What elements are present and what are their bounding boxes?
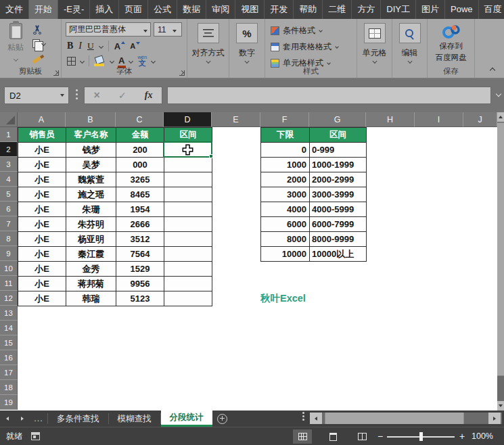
fill-color-chevron-icon[interactable] [110, 58, 114, 63]
editing-button[interactable] [399, 23, 421, 43]
collapse-ribbon-icon[interactable] [490, 68, 495, 73]
table2-interval-6[interactable]: 8000-9999 [310, 232, 367, 247]
phonetic-chevron-icon[interactable] [151, 58, 156, 63]
column-header-E[interactable]: E [212, 112, 260, 127]
row-header-4[interactable]: 4 [0, 172, 18, 187]
zoom-level[interactable]: 100% [472, 427, 493, 445]
more-sheets-button[interactable]: ... [30, 411, 47, 427]
italic-button[interactable]: I [78, 41, 82, 51]
table2-lower-2[interactable]: 2000 [261, 172, 310, 187]
font-color-chevron-icon[interactable] [129, 58, 133, 63]
table2-interval-1[interactable]: 1000-1999 [310, 158, 367, 172]
format-as-table-button[interactable]: 套用表格格式 [271, 41, 338, 53]
vertical-scrollbar[interactable] [497, 112, 504, 411]
table1-header-3[interactable]: 区间 [164, 128, 212, 143]
table1-cell-r8c3[interactable] [164, 232, 212, 247]
table1-cell-r8c1[interactable]: 杨亚明 [66, 232, 116, 247]
page-layout-view-button[interactable] [323, 429, 342, 444]
select-all-corner[interactable] [0, 112, 18, 127]
conditional-formatting-button[interactable]: 条件格式 [271, 24, 322, 37]
table1-cell-r7c1[interactable]: 朱芬明 [66, 217, 116, 232]
table2-interval-0[interactable]: 0-999 [310, 143, 367, 158]
table1-cell-r11c3[interactable] [164, 277, 212, 291]
table1-cell-r10c2[interactable]: 1529 [116, 262, 164, 277]
menu-tab-8[interactable]: 审阅 [206, 0, 235, 19]
enter-button[interactable]: ✓ [118, 90, 127, 101]
horizontal-scrollbar[interactable] [310, 413, 502, 424]
column-header-D[interactable]: D [164, 112, 212, 127]
underline-chevron-icon[interactable] [99, 43, 104, 48]
table1-cell-r6c0[interactable]: 小E [18, 202, 66, 217]
cells-chevron-icon[interactable] [372, 59, 377, 64]
cut-icon[interactable] [32, 25, 42, 34]
macro-record-icon[interactable] [31, 432, 40, 440]
table1-cell-r6c2[interactable]: 1954 [116, 202, 164, 217]
table1-cell-r7c0[interactable]: 小E [18, 217, 66, 232]
table1-cell-r12c1[interactable]: 韩瑞 [66, 291, 116, 306]
menu-tab-6[interactable]: 公式 [148, 0, 177, 19]
font-name-dropdown-icon[interactable] [141, 25, 150, 34]
table1-cell-r2c0[interactable]: 小E [18, 143, 66, 158]
row-header-14[interactable]: 14 [0, 321, 18, 335]
scroll-down-icon[interactable] [497, 401, 504, 411]
table1-cell-r9c0[interactable]: 小E [18, 247, 66, 262]
table1-header-2[interactable]: 金额 [116, 128, 164, 143]
font-dialog-launcher-icon[interactable] [179, 70, 185, 76]
format-painter-icon[interactable] [32, 55, 42, 64]
shrink-font-button[interactable]: A [130, 42, 139, 50]
table1-cell-r4c0[interactable]: 小E [18, 172, 66, 187]
table1-cell-r12c2[interactable]: 5123 [116, 291, 164, 306]
column-header-H[interactable]: H [366, 112, 415, 127]
table1-cell-r5c2[interactable]: 8465 [116, 187, 164, 202]
table1-cell-r9c1[interactable]: 秦江霞 [66, 247, 116, 262]
previous-sheet-icon[interactable] [0, 411, 15, 427]
row-header-11[interactable]: 11 [0, 276, 18, 291]
number-chevron-icon[interactable] [244, 59, 249, 64]
menu-tab-13[interactable]: 方方 [352, 0, 381, 19]
table1-cell-r12c0[interactable]: 小E [18, 291, 66, 306]
row-header-12[interactable]: 12 [0, 291, 18, 306]
paste-button[interactable]: 粘贴 [3, 22, 28, 73]
column-header-I[interactable]: I [415, 112, 463, 127]
name-box[interactable]: D2 [4, 87, 69, 104]
font-name-select[interactable]: 阿里巴巴普惠体 [66, 22, 151, 37]
table1-cell-r10c0[interactable]: 小E [18, 262, 66, 277]
menu-tab-10[interactable]: 开发 [265, 0, 294, 19]
table2-lower-6[interactable]: 8000 [261, 232, 310, 247]
row-header-17[interactable]: 17 [0, 365, 18, 380]
alignment-button[interactable] [198, 23, 219, 43]
menu-tab-5[interactable]: 页面 [119, 0, 148, 19]
column-header-F[interactable]: F [260, 112, 309, 127]
expand-formula-bar-icon[interactable] [496, 91, 501, 97]
alignment-chevron-icon[interactable] [206, 59, 210, 64]
table2-header-0[interactable]: 下限 [261, 128, 310, 143]
fill-color-icon[interactable] [94, 56, 106, 66]
table1-header-1[interactable]: 客户名称 [66, 128, 116, 143]
insert-function-button[interactable]: fx [145, 90, 153, 101]
table1-cell-r12c3[interactable] [164, 291, 212, 306]
table1-cell-r11c2[interactable]: 9956 [116, 277, 164, 291]
table1-cell-r11c1[interactable]: 蒋邦菊 [66, 277, 116, 291]
zoom-slider-thumb[interactable] [419, 432, 423, 441]
menu-tab-14[interactable]: DIY工 [381, 0, 416, 19]
sheet-tab-2[interactable]: 模糊查找 [109, 411, 160, 427]
table2-lower-7[interactable]: 10000 [261, 247, 310, 262]
table2-lower-4[interactable]: 4000 [261, 202, 310, 217]
scroll-right-icon[interactable] [488, 413, 501, 424]
table1-cell-r7c2[interactable]: 2666 [116, 217, 164, 232]
scroll-up-icon[interactable] [497, 112, 504, 122]
copy-icon[interactable] [32, 39, 40, 48]
table1-cell-r4c3[interactable] [164, 172, 212, 187]
cells-button[interactable] [364, 23, 386, 43]
table2-interval-2[interactable]: 2000-2999 [310, 172, 367, 187]
borders-chevron-icon[interactable] [80, 58, 85, 63]
font-size-select[interactable]: 11 [154, 22, 182, 37]
table1-cell-r8c0[interactable]: 小E [18, 232, 66, 247]
table1-cell-r10c1[interactable]: 金秀 [66, 262, 116, 277]
row-header-10[interactable]: 10 [0, 261, 18, 276]
normal-view-button[interactable] [293, 429, 312, 444]
next-sheet-icon[interactable] [15, 411, 30, 427]
row-header-18[interactable]: 18 [0, 380, 18, 395]
table2-interval-3[interactable]: 3000-3999 [310, 187, 367, 202]
vertical-scroll-thumb[interactable] [497, 122, 504, 376]
